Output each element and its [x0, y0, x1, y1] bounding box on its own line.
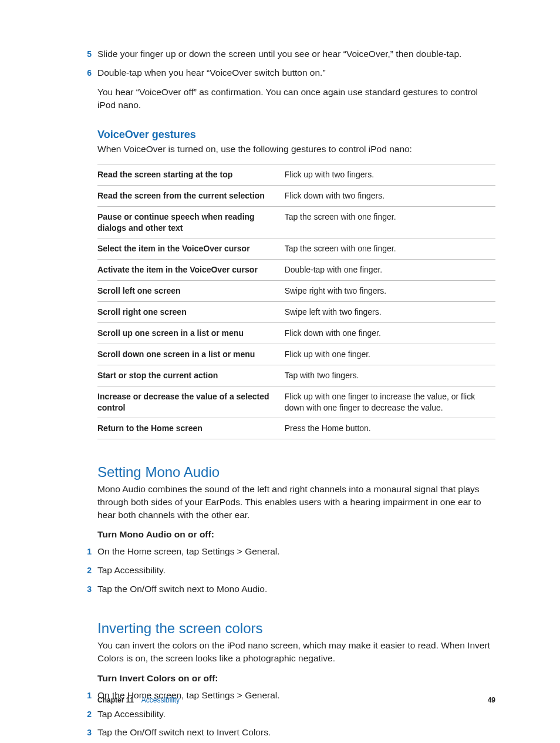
gesture-description: Swipe right with two fingers.: [285, 281, 495, 302]
step-text: Slide your finger up or down the screen …: [97, 48, 495, 60]
table-row: Return to the Home screenPress the Home …: [97, 418, 495, 439]
step-text: Tap Accessibility.: [97, 708, 495, 721]
gesture-description: Flick up with two fingers.: [285, 164, 495, 185]
step-number: 3: [81, 727, 92, 739]
gesture-action: Scroll right one screen: [97, 302, 285, 323]
step-text: Double-tap when you hear “VoiceOver swit…: [97, 67, 495, 79]
gesture-action: Scroll left one screen: [97, 281, 285, 302]
list-item: 5 Slide your finger up or down the scree…: [97, 48, 495, 60]
gesture-description: Tap the screen with one finger.: [285, 238, 495, 260]
page-content: 5 Slide your finger up or down the scree…: [0, 0, 560, 739]
table-row: Scroll up one screen in a list or menuFl…: [97, 323, 495, 344]
list-item: 6 Double-tap when you hear “VoiceOver sw…: [97, 67, 495, 79]
list-item: 3Tap the On/Off switch next to Mono Audi…: [97, 583, 495, 596]
section-body: You can invert the colors on the iPod na…: [97, 639, 495, 664]
section-heading: VoiceOver gestures: [97, 129, 495, 141]
list-item: 1On the Home screen, tap Settings > Gene…: [97, 546, 495, 558]
step-number: 1: [81, 690, 92, 702]
gesture-description: Flick up with one finger.: [285, 344, 495, 365]
table-row: Scroll left one screenSwipe right with t…: [97, 281, 495, 302]
table-row: Increase or decrease the value of a sele…: [97, 386, 495, 418]
section-body: Mono Audio combines the sound of the lef…: [97, 483, 495, 521]
table-row: Pause or continue speech when reading di…: [97, 206, 495, 238]
section-intro: When VoiceOver is turned on, use the fol…: [97, 143, 495, 156]
gesture-action: Scroll up one screen in a list or menu: [97, 323, 285, 344]
mono-audio-section: Setting Mono Audio Mono Audio combines t…: [97, 464, 495, 596]
gesture-action: Return to the Home screen: [97, 418, 285, 439]
gesture-action: Select the item in the VoiceOver cursor: [97, 238, 285, 260]
step-number: 2: [81, 564, 92, 577]
section-heading: Setting Mono Audio: [97, 464, 495, 480]
step-number: 6: [81, 67, 92, 79]
step-number: 1: [81, 546, 92, 558]
note-text: You hear “VoiceOver off” as confirmation…: [97, 86, 495, 111]
gesture-description: Double-tap with one finger.: [285, 260, 495, 281]
gesture-action: Start or stop the current action: [97, 365, 285, 386]
step-text: On the Home screen, tap Settings > Gener…: [97, 546, 495, 558]
page-footer: Chapter 11 Accessibility 49: [97, 696, 495, 704]
invert-colors-section: Inverting the screen colors You can inve…: [97, 620, 495, 739]
table-row: Read the screen starting at the topFlick…: [97, 164, 495, 185]
section-subhead: Turn Invert Colors on or off:: [97, 673, 495, 684]
step-number: 5: [81, 48, 92, 60]
gesture-description: Flick down with two fingers.: [285, 185, 495, 206]
table-row: Scroll down one screen in a list or menu…: [97, 344, 495, 365]
step-text: Tap the On/Off switch next to Invert Col…: [97, 727, 495, 739]
section-heading: Inverting the screen colors: [97, 620, 495, 637]
table-row: Start or stop the current actionTap with…: [97, 365, 495, 386]
gesture-action: Activate the item in the VoiceOver curso…: [97, 260, 285, 281]
list-item: 2Tap Accessibility.: [97, 708, 495, 721]
step-text: Tap Accessibility.: [97, 564, 495, 577]
gesture-description: Swipe left with two fingers.: [285, 302, 495, 323]
chapter-name: Accessibility: [141, 696, 180, 704]
gesture-action: Increase or decrease the value of a sele…: [97, 386, 285, 418]
section-subhead: Turn Mono Audio on or off:: [97, 529, 495, 540]
list-item: 2Tap Accessibility.: [97, 564, 495, 577]
gesture-action: Scroll down one screen in a list or menu: [97, 344, 285, 365]
gestures-table: Read the screen starting at the topFlick…: [97, 164, 495, 439]
table-row: Select the item in the VoiceOver cursorT…: [97, 238, 495, 260]
table-row: Activate the item in the VoiceOver curso…: [97, 260, 495, 281]
footer-left: Chapter 11 Accessibility: [97, 696, 180, 704]
gesture-description: Flick down with one finger.: [285, 323, 495, 344]
top-steps-list: 5 Slide your finger up or down the scree…: [97, 48, 495, 79]
table-row: Read the screen from the current selecti…: [97, 185, 495, 206]
gesture-action: Read the screen starting at the top: [97, 164, 285, 185]
gesture-description: Tap with two fingers.: [285, 365, 495, 386]
chapter-label: Chapter 11: [97, 696, 134, 704]
step-text: Tap the On/Off switch next to Mono Audio…: [97, 583, 495, 596]
steps-list: 1On the Home screen, tap Settings > Gene…: [97, 546, 495, 596]
table-row: Scroll right one screenSwipe left with t…: [97, 302, 495, 323]
step-number: 2: [81, 708, 92, 721]
list-item: 3Tap the On/Off switch next to Invert Co…: [97, 727, 495, 739]
gesture-action: Pause or continue speech when reading di…: [97, 206, 285, 238]
gesture-description: Press the Home button.: [285, 418, 495, 439]
gesture-action: Read the screen from the current selecti…: [97, 185, 285, 206]
gesture-description: Flick up with one finger to increase the…: [285, 386, 495, 418]
voiceover-gestures-section: VoiceOver gestures When VoiceOver is tur…: [97, 129, 495, 439]
step-number: 3: [81, 583, 92, 596]
page-number: 49: [488, 696, 495, 704]
gesture-description: Tap the screen with one finger.: [285, 206, 495, 238]
